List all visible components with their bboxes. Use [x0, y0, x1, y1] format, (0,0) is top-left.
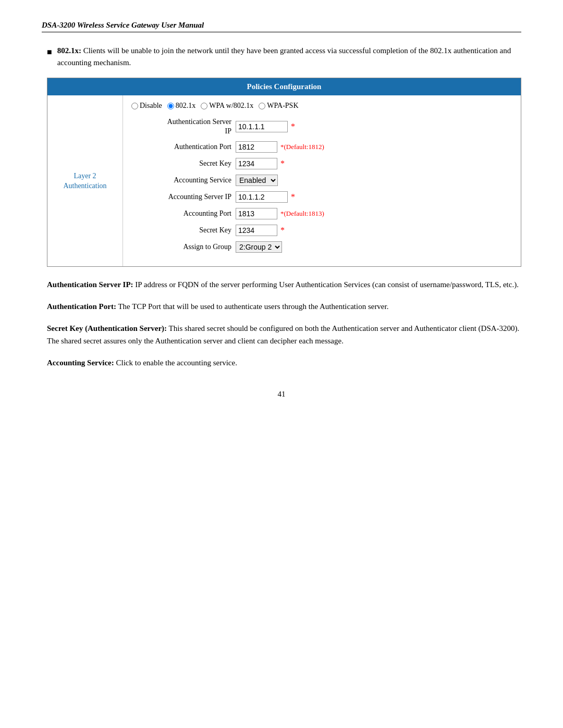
input-area-secret-key-acct: * — [236, 225, 285, 236]
input-area-secret-key-auth: * — [236, 158, 285, 169]
desc-secret-key: Secret Key (Authentication Server): This… — [47, 322, 521, 347]
star-accounting-server-ip: * — [291, 192, 295, 202]
input-area-assign-group: 2:Group 2 1:Group 1 3:Group 3 — [236, 241, 282, 253]
input-accounting-server-ip[interactable] — [236, 191, 288, 203]
star-secret-key-auth: * — [280, 159, 285, 168]
star-auth-server-ip: * — [291, 122, 295, 131]
page-number: 41 — [42, 390, 521, 399]
input-area-accounting-server-ip: * — [236, 191, 295, 203]
policies-config-table: Policies Configuration Layer 2 Authentic… — [47, 78, 521, 267]
bullet-section: ■ 802.1x: Clients will be unable to join… — [42, 45, 521, 369]
desc-secret-key-bold: Secret Key (Authentication Server): — [47, 324, 167, 332]
hint-auth-port: *(Default:1812) — [280, 143, 324, 151]
input-area-accounting-service: Enabled Disabled — [236, 175, 278, 186]
radio-wpa-8021x[interactable]: WPA w/802.1x — [201, 102, 253, 110]
field-secret-key-auth: Secret Key * — [131, 158, 512, 169]
radio-row: Disable 802.1x WPA w/802.1x WPA-PSK — [131, 102, 512, 110]
desc-accounting-service-text: Click to enable the accounting service. — [114, 359, 237, 367]
label-auth-port: Authentication Port — [131, 142, 236, 152]
hint-accounting-port: *(Default:1813) — [280, 209, 324, 218]
desc-auth-port-bold: Authentication Port: — [47, 302, 116, 311]
radio-wpa-psk-input[interactable] — [259, 103, 265, 109]
radio-disable[interactable]: Disable — [131, 102, 162, 110]
select-accounting-service[interactable]: Enabled Disabled — [236, 175, 278, 186]
desc-auth-server-ip-text: IP address or FQDN of the server perform… — [133, 280, 519, 289]
bullet-body: Clients will be unable to join the netwo… — [57, 46, 511, 67]
input-secret-key-auth[interactable] — [236, 158, 277, 169]
label-accounting-service: Accounting Service — [131, 176, 236, 185]
label-secret-key-auth: Secret Key — [131, 159, 236, 168]
input-auth-server-ip[interactable] — [236, 121, 288, 132]
radio-wpa-8021x-label: WPA w/802.1x — [209, 102, 253, 110]
field-secret-key-acct: Secret Key * — [131, 225, 512, 236]
radio-8021x-label: 802.1x — [176, 102, 196, 110]
radio-wpa-psk-label: WPA-PSK — [267, 102, 298, 110]
page-header: DSA-3200 Wireless Service Gateway User M… — [42, 21, 521, 32]
radio-wpa-psk[interactable]: WPA-PSK — [259, 102, 298, 110]
field-accounting-server-ip: Accounting Server IP * — [131, 191, 512, 203]
input-area-auth-port: *(Default:1812) — [236, 141, 324, 153]
input-area-auth-server-ip: * — [236, 121, 295, 132]
radio-wpa-8021x-input[interactable] — [201, 103, 207, 109]
field-accounting-service: Accounting Service Enabled Disabled — [131, 175, 512, 186]
config-right-panel: Disable 802.1x WPA w/802.1x WPA-PSK — [123, 95, 521, 266]
bullet-label: 802.1x: — [57, 46, 81, 55]
label-accounting-port: Accounting Port — [131, 209, 236, 218]
desc-auth-port-text: The TCP Port that will be used to authen… — [116, 302, 389, 311]
radio-disable-input[interactable] — [131, 103, 138, 109]
field-accounting-port: Accounting Port *(Default:1813) — [131, 208, 512, 219]
layer2-auth-label: Layer 2 Authentication — [63, 171, 106, 191]
input-area-accounting-port: *(Default:1813) — [236, 208, 324, 219]
label-auth-server-ip: Authentication ServerIP — [131, 117, 236, 136]
desc-accounting-service: Accounting Service: Click to enable the … — [47, 356, 521, 369]
bullet-item-8021x: ■ 802.1x: Clients will be unable to join… — [47, 45, 521, 68]
config-table-body: Layer 2 Authentication Disable 802.1x — [47, 95, 521, 266]
input-accounting-port[interactable] — [236, 208, 277, 219]
field-assign-group: Assign to Group 2:Group 2 1:Group 1 3:Gr… — [131, 241, 512, 253]
input-auth-port[interactable] — [236, 141, 277, 153]
config-table-header: Policies Configuration — [47, 78, 521, 95]
desc-auth-server-ip: Authentication Server IP: IP address or … — [47, 278, 521, 291]
radio-disable-label: Disable — [140, 102, 162, 110]
desc-auth-port: Authentication Port: The TCP Port that w… — [47, 300, 521, 313]
label-accounting-server-ip: Accounting Server IP — [131, 192, 236, 202]
field-auth-port: Authentication Port *(Default:1812) — [131, 141, 512, 153]
bullet-text-8021x: 802.1x: Clients will be unable to join t… — [57, 45, 521, 68]
select-assign-group[interactable]: 2:Group 2 1:Group 1 3:Group 3 — [236, 241, 282, 253]
config-left-panel: Layer 2 Authentication — [47, 95, 123, 266]
input-secret-key-acct[interactable] — [236, 225, 277, 236]
desc-accounting-service-bold: Accounting Service: — [47, 359, 114, 367]
desc-auth-server-ip-bold: Authentication Server IP: — [47, 280, 133, 289]
radio-8021x[interactable]: 802.1x — [167, 102, 196, 110]
radio-8021x-input[interactable] — [167, 103, 174, 109]
label-secret-key-acct: Secret Key — [131, 226, 236, 235]
star-secret-key-acct: * — [280, 226, 285, 235]
manual-title: DSA-3200 Wireless Service Gateway User M… — [42, 21, 204, 30]
field-auth-server-ip: Authentication ServerIP * — [131, 117, 512, 136]
label-assign-group: Assign to Group — [131, 242, 236, 252]
bullet-symbol: ■ — [47, 46, 52, 68]
